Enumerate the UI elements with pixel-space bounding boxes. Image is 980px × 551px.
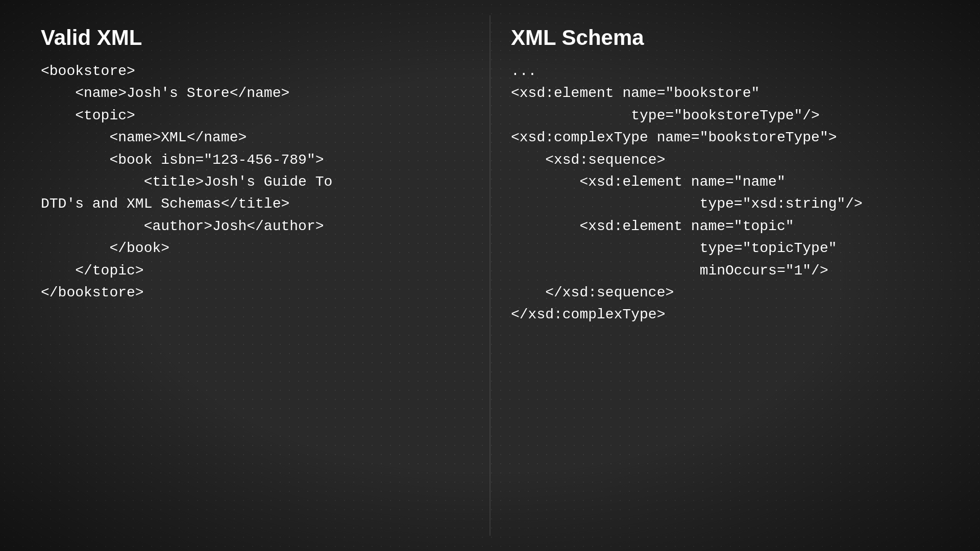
left-panel: Valid XML <bookstore> <name>Josh's Store… [26, 15, 484, 536]
right-panel-code: ... <xsd:element name="bookstore" type="… [511, 60, 939, 326]
left-panel-title: Valid XML [41, 26, 469, 50]
page-container: Valid XML <bookstore> <name>Josh's Store… [0, 0, 980, 551]
right-panel: XML Schema ... <xsd:element name="bookst… [496, 15, 954, 536]
right-panel-title: XML Schema [511, 26, 939, 50]
left-panel-code: <bookstore> <name>Josh's Store</name> <t… [41, 60, 469, 304]
panel-divider [489, 15, 491, 536]
